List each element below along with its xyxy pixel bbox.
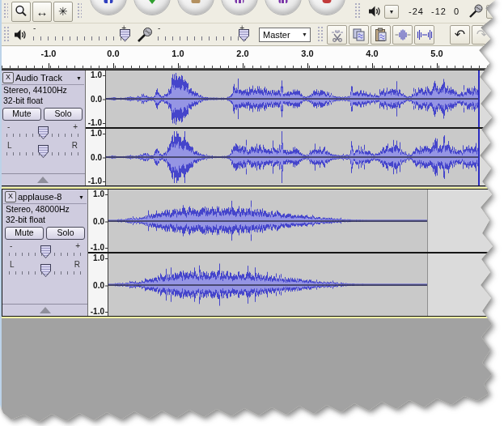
slider-min-label: - xyxy=(33,24,36,32)
waveform-left-channel[interactable] xyxy=(105,70,504,127)
undo-button[interactable]: ↶ xyxy=(450,25,470,45)
redo-button[interactable]: ↷ xyxy=(472,25,492,45)
mixer-edit-toolbar-row: - + - + Master ▼ xyxy=(0,23,504,46)
toolbar-grip[interactable] xyxy=(354,3,361,19)
toolbar-grip[interactable] xyxy=(77,3,82,19)
mute-button[interactable]: Mute xyxy=(2,108,41,121)
timeline-label: 5.0 xyxy=(430,49,443,58)
input-meter-dropdown[interactable]: ▼ xyxy=(486,5,501,19)
pan-thumb[interactable] xyxy=(40,264,51,277)
pause-button[interactable] xyxy=(89,0,128,17)
gain-slider[interactable]: - + xyxy=(8,242,82,259)
track-sample-format: 32-bit float xyxy=(2,215,87,225)
timeline-label: -1.0 xyxy=(41,49,57,58)
timeline-ruler[interactable]: -1.0 0.0 1.0 2.0 3.0 4.0 5.0 xyxy=(0,46,504,70)
play-button[interactable] xyxy=(133,0,172,17)
gain-thumb[interactable] xyxy=(38,126,49,139)
pan-thumb[interactable] xyxy=(38,145,49,158)
track-menu-arrow-icon[interactable]: ▼ xyxy=(75,75,84,81)
toolbar-grip[interactable] xyxy=(3,27,10,43)
solo-button[interactable]: Solo xyxy=(46,227,85,240)
double-arrow-icon: ↔ xyxy=(36,5,49,19)
waveform-right-channel[interactable] xyxy=(105,129,504,185)
speaker-icon xyxy=(368,6,382,17)
copy-button[interactable] xyxy=(349,25,369,45)
meter-db-scale: -24 -12 0 xyxy=(409,6,460,16)
stop-button[interactable] xyxy=(176,0,215,17)
amplitude-ruler[interactable]: 1.0 0.0 -1.0 xyxy=(88,190,108,252)
track-audio-track: X Audio Track ▼ Stereo, 44100Hz 32-bit f… xyxy=(0,70,504,186)
pan-slider[interactable]: L R xyxy=(8,261,82,278)
transport-toolbar xyxy=(89,0,351,23)
focused-track-border: X applause-8 ▼ Stereo, 48000Hz 32-bit fl… xyxy=(0,187,504,318)
trim-icon xyxy=(395,28,411,41)
skip-to-start-button[interactable] xyxy=(220,0,259,17)
redo-icon: ↷ xyxy=(476,28,487,41)
chevron-down-icon: ▼ xyxy=(302,32,310,37)
solo-button[interactable]: Solo xyxy=(44,108,83,121)
track-title[interactable]: applause-8 xyxy=(18,192,78,202)
window-left-edge xyxy=(0,0,2,409)
microphone-icon xyxy=(136,26,154,44)
multi-tool-button[interactable]: ✳ xyxy=(53,2,73,22)
timeline-label: 0.0 xyxy=(107,49,119,58)
collapse-track-button[interactable] xyxy=(0,173,85,185)
trim-outside-selection-button[interactable] xyxy=(392,25,413,45)
timeline-label: 1.0 xyxy=(172,49,184,58)
waveform-right-channel[interactable] xyxy=(108,253,502,316)
db-label: -12 xyxy=(431,6,447,16)
cut-icon xyxy=(330,28,345,42)
collapse-arrow-icon xyxy=(37,177,49,183)
speaker-icon xyxy=(14,29,28,40)
db-label: -24 xyxy=(409,6,424,16)
skip-to-start-icon xyxy=(235,0,244,3)
track-title[interactable]: Audio Track xyxy=(15,73,75,83)
gain-thumb[interactable] xyxy=(40,245,51,258)
toolbar-grip[interactable] xyxy=(3,3,8,19)
amplitude-ruler[interactable]: 1.0 0.0 -1.0 xyxy=(86,129,105,185)
collapse-track-button[interactable] xyxy=(2,304,87,315)
toolbar-grip[interactable] xyxy=(317,27,324,43)
close-track-button[interactable]: X xyxy=(2,72,14,83)
silence-icon xyxy=(417,28,433,41)
silence-selection-button[interactable] xyxy=(414,25,434,45)
record-button[interactable] xyxy=(307,0,346,17)
collapse-arrow-icon xyxy=(40,307,51,313)
magnifier-icon xyxy=(15,5,28,18)
pan-slider[interactable]: L R xyxy=(6,142,79,159)
asterisk-icon: ✳ xyxy=(58,5,68,18)
output-meter-dropdown[interactable]: ▼ xyxy=(384,5,399,19)
track-format-info: Stereo, 44100Hz xyxy=(0,85,85,96)
top-toolbar-row: ↔ ✳ ▼ -24 -12 0 xyxy=(0,0,504,23)
track-control-panel: X applause-8 ▼ Stereo, 48000Hz 32-bit fl… xyxy=(2,190,88,316)
gain-slider[interactable]: - + xyxy=(6,123,79,140)
skip-to-end-button[interactable] xyxy=(264,0,303,17)
mute-button[interactable]: Mute xyxy=(5,227,44,240)
track-area: X Audio Track ▼ Stereo, 44100Hz 32-bit f… xyxy=(0,70,504,426)
skip-to-end-icon xyxy=(279,0,288,3)
track-format-info: Stereo, 48000Hz xyxy=(2,204,87,215)
close-track-button[interactable]: X xyxy=(5,191,16,202)
amplitude-ruler[interactable]: 1.0 0.0 -1.0 xyxy=(88,253,108,316)
paste-icon xyxy=(374,28,388,42)
track-menu-arrow-icon[interactable]: ▼ xyxy=(78,194,87,200)
track-applause-8: X applause-8 ▼ Stereo, 48000Hz 32-bit fl… xyxy=(2,189,502,317)
cut-button[interactable] xyxy=(327,25,347,45)
input-source-select[interactable]: Master ▼ xyxy=(259,28,311,42)
amplitude-ruler[interactable]: 1.0 0.0 -1.0 xyxy=(86,70,105,127)
copy-icon xyxy=(352,28,366,42)
timeline-label: 3.0 xyxy=(301,49,313,58)
pause-icon xyxy=(104,0,113,3)
waveform-left-channel[interactable] xyxy=(108,190,502,252)
zoom-tool-button[interactable] xyxy=(11,2,31,22)
track-sample-format: 32-bit float xyxy=(0,96,85,106)
time-shift-tool-button[interactable]: ↔ xyxy=(32,2,52,22)
timeline-label: 2.0 xyxy=(236,49,248,58)
input-volume-slider[interactable]: - + xyxy=(155,24,254,45)
db-label: 0 xyxy=(454,6,460,16)
output-volume-slider[interactable]: - + xyxy=(31,24,134,45)
track-control-panel: X Audio Track ▼ Stereo, 44100Hz 32-bit f… xyxy=(0,70,86,185)
timeline-label: 4.0 xyxy=(366,49,378,58)
stop-icon xyxy=(192,0,201,3)
paste-button[interactable] xyxy=(371,25,391,45)
